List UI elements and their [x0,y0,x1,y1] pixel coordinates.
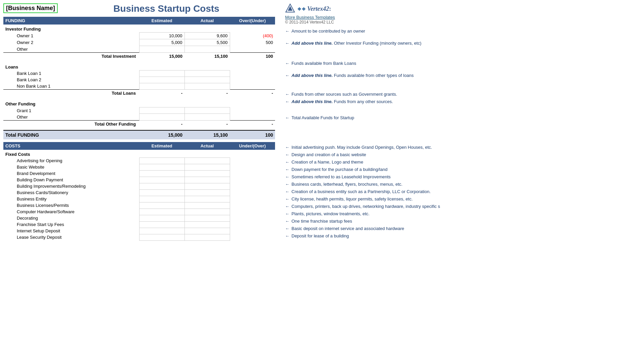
basic-website-estimated[interactable] [139,164,184,170]
vertex-logo-icon [285,3,295,13]
table-row: Business Licenses/Permits [3,202,275,209]
arrow-icon: ← [285,189,289,194]
bank-loan2-label: Bank Loan 2 [3,77,139,83]
grand-total-funding-actual: 15,100 [184,130,230,139]
internet-under-over [230,228,275,234]
arrow-icon: ← [285,41,289,46]
arrow-icon: ← [285,174,289,179]
advertising-actual[interactable] [184,157,230,164]
hint-building-improve-text: Sometimes referred to as Leasehold Impro… [291,174,391,179]
hint-lease-security: ← Deposit for lease of a building [285,233,637,240]
biz-licenses-estimated[interactable] [139,202,184,209]
page-title: Business Startup Costs [58,3,275,14]
investor-other-estimated[interactable] [139,46,184,53]
table-row: Non Bank Loan 1 [3,83,275,90]
hint-decorating: ← Plants, pictures, window treatments, e… [285,211,637,218]
table-row: Building Down Payment [3,177,275,183]
other-funding-other-estimated[interactable] [139,114,184,121]
owner2-label: Owner 2 [3,39,139,46]
owner1-estimated[interactable]: 10,000 [139,33,184,39]
table-row: Decorating [3,215,275,221]
non-bank-loan1-estimated[interactable] [139,83,184,90]
spacer [3,60,275,62]
non-bank-loan1-over-under [230,83,275,90]
hint-brand-dev: ← Creation of a Name, Logo and theme [285,159,637,166]
internet-actual[interactable] [184,228,230,234]
biz-entity-estimated[interactable] [139,196,184,202]
business-name[interactable]: [Business Name] [3,3,58,13]
table-row: Internet Setup Deposit [3,228,275,234]
building-improve-estimated[interactable] [139,183,184,189]
total-other-funding-actual: - [184,120,230,128]
lease-security-estimated[interactable] [139,234,184,240]
bank-loan1-over-under [230,70,275,77]
decorating-estimated[interactable] [139,215,184,221]
building-down-payment-actual[interactable] [184,177,230,183]
grand-total-funding-row: Total FUNDING 15,000 15,100 100 [3,130,275,139]
biz-entity-actual[interactable] [184,196,230,202]
computer-hw-estimated[interactable] [139,209,184,215]
building-improve-actual[interactable] [184,183,230,189]
investor-other-over-under [230,46,275,53]
hint-spacer [285,88,637,91]
bank-loan2-estimated[interactable] [139,77,184,83]
franchise-under-over [230,221,275,228]
owner1-actual[interactable]: 9,600 [184,33,230,39]
biz-cards-estimated[interactable] [139,189,184,196]
hint-grant1: ← Funds from other sources such as Gover… [285,91,637,98]
lease-security-label: Lease Security Deposit [3,234,139,240]
bank-loan1-actual[interactable] [184,70,230,77]
hint-lease-security-text: Deposit for lease of a building [291,233,349,238]
hint-advertising-text: Initial advertising push. May include Gr… [291,145,432,150]
investor-other-label: Other [3,46,139,53]
bank-loan1-estimated[interactable] [139,70,184,77]
costs-table: COSTS Estimated Actual Under/(Over) Fixe… [3,142,275,241]
decorating-label: Decorating [3,215,139,221]
hint-other-funding-text: Add above this line. Funds from any othe… [291,99,393,104]
grant1-label: Grant 1 [3,107,139,114]
total-other-funding-estimated: - [139,120,184,128]
hint-building-improve: ← Sometimes referred to as Leasehold Imp… [285,174,637,181]
bank-loan2-over-under [230,77,275,83]
building-down-payment-label: Building Down Payment [3,177,139,183]
franchise-actual[interactable] [184,221,230,228]
biz-cards-actual[interactable] [184,189,230,196]
franchise-estimated[interactable] [139,221,184,228]
internet-estimated[interactable] [139,228,184,234]
hint-building-down: ← Down payment for the purchase of a bui… [285,166,637,174]
investor-funding-label: Investor Funding [3,25,275,33]
spacer [3,128,275,130]
owner2-actual[interactable]: 5,500 [184,39,230,46]
basic-website-actual[interactable] [184,164,230,170]
owner2-estimated[interactable]: 5,000 [139,39,184,46]
funding-label: FUNDING [3,17,139,25]
hint-spacer [285,106,637,115]
grant1-estimated[interactable] [139,107,184,114]
arrow-icon: ← [285,204,289,209]
decorating-actual[interactable] [184,215,230,221]
building-improve-label: Building Improvements/Remodeling [3,183,139,189]
non-bank-loan1-actual[interactable] [184,83,230,90]
table-row: Other [3,114,275,121]
hint-owner1-text: Amount to be contributed by an owner [291,29,365,34]
total-loans-row: Total Loans - - - [3,90,275,97]
biz-cards-under-over [230,189,275,196]
computer-hw-actual[interactable] [184,209,230,215]
biz-licenses-actual[interactable] [184,202,230,209]
investor-other-actual[interactable] [184,46,230,53]
grant1-over-under [230,107,275,114]
right-panel: ❖❖ Vertex42: More Business Templates © 2… [278,3,644,241]
lease-security-under-over [230,234,275,240]
brand-dev-actual[interactable] [184,170,230,177]
bank-loan2-actual[interactable] [184,77,230,83]
arrow-icon: ← [285,29,289,34]
brand-dev-estimated[interactable] [139,170,184,177]
building-down-payment-estimated[interactable] [139,177,184,183]
right-header: ❖❖ Vertex42: More Business Templates © 2… [285,3,637,25]
building-down-payment-under-over [230,177,275,183]
other-funding-other-actual[interactable] [184,114,230,121]
lease-security-actual[interactable] [184,234,230,240]
grant1-actual[interactable] [184,107,230,114]
more-templates-link[interactable]: More Business Templates [285,15,335,20]
advertising-estimated[interactable] [139,157,184,164]
